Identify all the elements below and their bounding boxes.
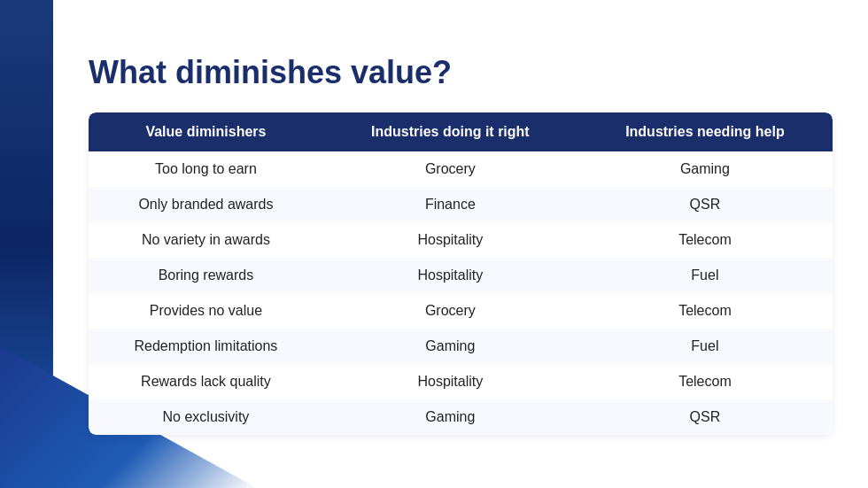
- table-cell-2-1: Hospitality: [323, 222, 577, 258]
- table-row: Too long to earnGroceryGaming: [89, 151, 833, 187]
- table-cell-2-0: No variety in awards: [89, 222, 323, 258]
- table-cell-7-1: Gaming: [323, 399, 577, 435]
- table-row: No exclusivityGamingQSR: [89, 399, 833, 435]
- table-cell-1-0: Only branded awards: [89, 187, 323, 222]
- table-cell-0-1: Grocery: [323, 151, 577, 187]
- table-cell-0-0: Too long to earn: [89, 151, 323, 187]
- table-cell-3-2: Fuel: [577, 258, 833, 293]
- table-row: Rewards lack qualityHospitalityTelecom: [89, 364, 833, 399]
- table-row: Redemption limitationsGamingFuel: [89, 329, 833, 364]
- table-header-row: Value diminishers Industries doing it ri…: [89, 112, 833, 151]
- table-row: No variety in awardsHospitalityTelecom: [89, 222, 833, 258]
- col-header-doing-right: Industries doing it right: [323, 112, 577, 151]
- table-row: Boring rewardsHospitalityFuel: [89, 258, 833, 293]
- table-cell-7-0: No exclusivity: [89, 399, 323, 435]
- table-cell-7-2: QSR: [577, 399, 833, 435]
- table-cell-3-0: Boring rewards: [89, 258, 323, 293]
- table-cell-6-2: Telecom: [577, 364, 833, 399]
- table-cell-5-2: Fuel: [577, 329, 833, 364]
- slide-container: What diminishes value? Value diminishers…: [0, 0, 868, 488]
- table-cell-4-2: Telecom: [577, 293, 833, 329]
- table-cell-0-2: Gaming: [577, 151, 833, 187]
- table-row: Provides no valueGroceryTelecom: [89, 293, 833, 329]
- page-title: What diminishes value?: [89, 54, 833, 91]
- table-cell-2-2: Telecom: [577, 222, 833, 258]
- table-cell-4-0: Provides no value: [89, 293, 323, 329]
- table-cell-5-1: Gaming: [323, 329, 577, 364]
- table-row: Only branded awardsFinanceQSR: [89, 187, 833, 222]
- table-cell-5-0: Redemption limitations: [89, 329, 323, 364]
- col-header-needing-help: Industries needing help: [577, 112, 833, 151]
- table-cell-4-1: Grocery: [323, 293, 577, 329]
- col-header-diminishers: Value diminishers: [89, 112, 323, 151]
- content-area: What diminishes value? Value diminishers…: [53, 0, 868, 488]
- table-cell-1-2: QSR: [577, 187, 833, 222]
- table-wrapper: Value diminishers Industries doing it ri…: [89, 112, 833, 435]
- table-cell-6-0: Rewards lack quality: [89, 364, 323, 399]
- table-cell-1-1: Finance: [323, 187, 577, 222]
- value-diminishers-table: Value diminishers Industries doing it ri…: [89, 112, 833, 435]
- table-cell-6-1: Hospitality: [323, 364, 577, 399]
- table-cell-3-1: Hospitality: [323, 258, 577, 293]
